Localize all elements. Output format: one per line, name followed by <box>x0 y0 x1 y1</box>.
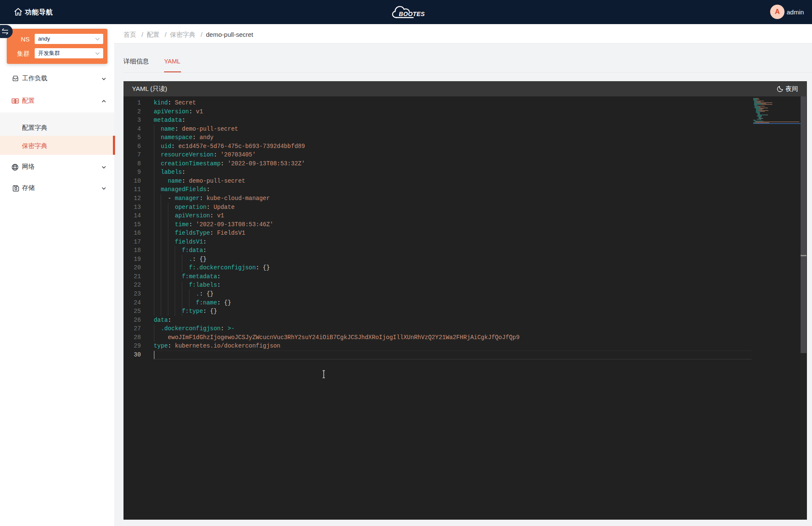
svg-text:BOOTES: BOOTES <box>399 11 425 17</box>
